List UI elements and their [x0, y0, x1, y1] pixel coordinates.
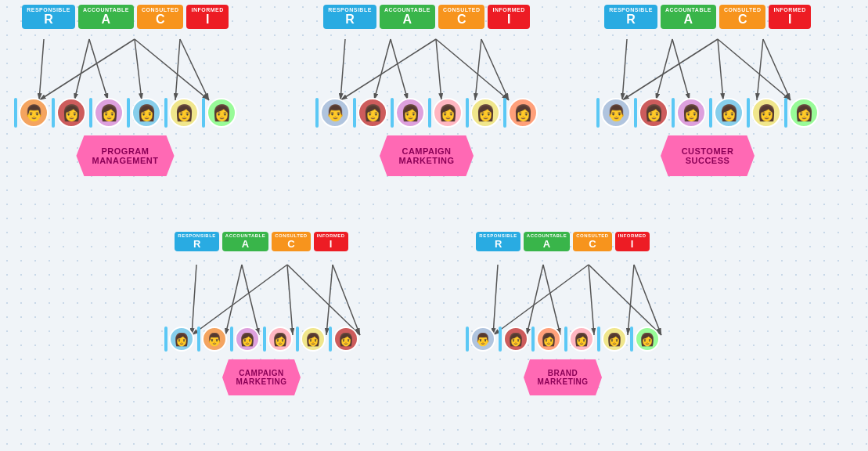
avatar: 👩	[169, 98, 199, 128]
avatar: 👩	[714, 98, 744, 128]
avatar-item: 👩	[747, 98, 781, 128]
raci-badges-4: RESPONSIBLE R ACCOUNTABLE A CONSULTED C …	[175, 232, 348, 251]
avatar: 👩	[602, 327, 627, 352]
avatar-item: 👩	[353, 98, 387, 128]
badge-informed-4: INFORMED I	[314, 232, 348, 251]
raci-badges-1: RESPONSIBLE R ACCOUNTABLE A CONSULTED C …	[22, 5, 229, 29]
avatar-item: 👩	[784, 98, 819, 128]
badge-informed-2: INFORMED I	[488, 5, 529, 29]
avatar-item: 👩	[230, 327, 260, 352]
avatar-item: 👩	[263, 327, 293, 352]
avatar-item: 👩	[709, 98, 744, 128]
avatars-row-5: 👨 👩 👩 👩 👩 👩	[466, 327, 660, 352]
badge-informed-1: INFORMED I	[186, 5, 228, 29]
avatar: 👩	[433, 98, 463, 128]
avatar: 👩	[751, 98, 781, 128]
avatars-row-2: 👨 👩 👩 👩 👩 👩	[315, 98, 538, 128]
avatar-item: 👩	[672, 98, 706, 128]
avatar: 👩	[207, 98, 236, 128]
avatar-item: 👩	[296, 327, 326, 352]
avatar-item: 👩	[164, 98, 199, 128]
avatar-item: 👩	[329, 327, 358, 352]
raci-badges-2: RESPONSIBLE R ACCOUNTABLE A CONSULTED C …	[323, 5, 530, 29]
avatar: 👩	[301, 327, 326, 352]
avatar: 👩	[789, 98, 819, 128]
avatar: 👩	[676, 98, 706, 128]
avatar: 👩	[536, 327, 561, 352]
avatar-item: 👩	[503, 98, 538, 128]
avatar-item: 👨	[466, 327, 495, 352]
avatar: 👩	[94, 98, 124, 128]
chart-brand-marketing: RESPONSIBLE R ACCOUNTABLE A CONSULTED C …	[466, 232, 660, 395]
avatar: 👨	[320, 98, 350, 128]
avatar: 👩	[395, 98, 425, 128]
avatars-row-4: 👩 👨 👩 👩 👩 👩	[164, 327, 358, 352]
avatar: 👩	[635, 327, 660, 352]
chart-label-brand-marketing: BRANDMARKETING	[524, 359, 602, 395]
avatar: 👩	[268, 327, 293, 352]
avatar: 👨	[601, 98, 631, 128]
avatar: 👨	[470, 327, 495, 352]
avatars-row-3: 👨 👩 👩 👩 👩 👩	[596, 98, 819, 128]
badge-accountable-3: ACCOUNTABLE A	[661, 5, 716, 29]
avatar: 👩	[235, 327, 260, 352]
avatar: 👨	[19, 98, 49, 128]
badge-accountable-5: ACCOUNTABLE A	[524, 232, 570, 251]
avatar-item: 👩	[564, 327, 594, 352]
avatar: 👩	[56, 98, 86, 128]
badge-accountable-1: ACCOUNTABLE A	[78, 5, 134, 29]
badge-responsible-4: RESPONSIBLE R	[175, 232, 219, 251]
chart-campaign-marketing-top: RESPONSIBLE R ACCOUNTABLE A CONSULTED C …	[315, 5, 538, 176]
avatar: 👨	[202, 327, 227, 352]
chart-campaign-marketing-bottom: RESPONSIBLE R ACCOUNTABLE A CONSULTED C …	[164, 232, 358, 395]
chart-label-campaign-marketing-bottom: CAMPAIGNMARKETING	[222, 359, 301, 395]
avatar-item: 👩	[127, 98, 161, 128]
badge-responsible-2: RESPONSIBLE R	[323, 5, 376, 29]
avatar-item: 👩	[466, 98, 500, 128]
badge-consulted-5: CONSULTED C	[573, 232, 611, 251]
avatar-item: 👩	[630, 327, 660, 352]
avatar-item: 👨	[596, 98, 631, 128]
badge-responsible-1: RESPONSIBLE R	[22, 5, 75, 29]
chart-label-program-management: PROGRAMMANAGEMENT	[76, 135, 174, 176]
avatar: 👩	[639, 98, 668, 128]
chart-customer-success: RESPONSIBLE R ACCOUNTABLE A CONSULTED C …	[596, 5, 819, 176]
avatar-item: 👩	[391, 98, 425, 128]
avatar: 👩	[503, 327, 528, 352]
avatar-item: 👩	[52, 98, 86, 128]
avatar-item: 👩	[164, 327, 194, 352]
avatar-item: 👨	[14, 98, 49, 128]
chart-label-customer-success: CUSTOMERSUCCESS	[661, 135, 755, 176]
badge-informed-5: INFORMED I	[615, 232, 650, 251]
avatar: 👩	[508, 98, 538, 128]
badge-consulted-3: CONSULTED C	[719, 5, 766, 29]
avatar-item: 👩	[89, 98, 124, 128]
chart-label-campaign-marketing-top: CAMPAIGNMARKETING	[380, 135, 474, 176]
avatar: 👩	[169, 327, 194, 352]
raci-badges-5: RESPONSIBLE R ACCOUNTABLE A CONSULTED C …	[476, 232, 649, 251]
avatar-item: 👩	[202, 98, 236, 128]
badge-accountable-2: ACCOUNTABLE A	[380, 5, 435, 29]
avatar: 👩	[470, 98, 500, 128]
avatar-item: 👨	[315, 98, 350, 128]
avatar-item: 👩	[499, 327, 528, 352]
avatar-item: 👩	[531, 327, 561, 352]
avatar-item: 👨	[197, 327, 227, 352]
badge-responsible-5: RESPONSIBLE R	[476, 232, 520, 251]
avatar: 👩	[131, 98, 161, 128]
avatar: 👩	[333, 327, 358, 352]
badge-consulted-2: CONSULTED C	[438, 5, 485, 29]
badge-informed-3: INFORMED I	[769, 5, 810, 29]
chart-program-management: RESPONSIBLE R ACCOUNTABLE A CONSULTED C …	[14, 5, 236, 176]
avatar: 👩	[358, 98, 387, 128]
avatar: 👩	[569, 327, 594, 352]
avatar-item: 👩	[597, 327, 627, 352]
badge-responsible-3: RESPONSIBLE R	[604, 5, 657, 29]
badge-consulted-1: CONSULTED C	[137, 5, 184, 29]
raci-badges-3: RESPONSIBLE R ACCOUNTABLE A CONSULTED C …	[604, 5, 811, 29]
avatar-item: 👩	[634, 98, 668, 128]
avatars-row-1: 👨 👩 👩 👩 👩 👩	[14, 98, 236, 128]
badge-consulted-4: CONSULTED C	[272, 232, 310, 251]
badge-accountable-4: ACCOUNTABLE A	[222, 232, 268, 251]
avatar-item: 👩	[428, 98, 463, 128]
